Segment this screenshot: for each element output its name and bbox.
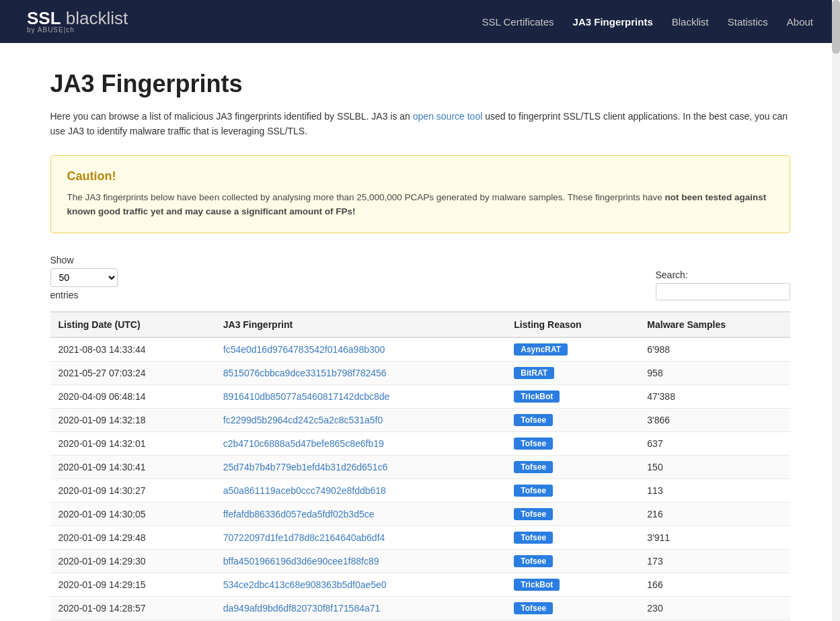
reason-badge: Tofsee — [514, 461, 553, 473]
table-row: 2020-01-09 14:29:48 70722097d1fe1d78d8c2… — [50, 526, 790, 549]
reason-badge: TrickBot — [514, 579, 560, 591]
cell-date: 2021-05-27 07:03:24 — [50, 361, 215, 384]
table-row: 2020-01-09 14:30:41 25d74b7b4b779eb1efd4… — [50, 455, 790, 479]
cell-fingerprint: bffa4501966196d3d6e90cee1f88fc89 — [215, 549, 506, 573]
nav-blacklist[interactable]: Blacklist — [672, 16, 709, 28]
cell-reason: Tofsee — [506, 431, 639, 455]
fingerprint-link[interactable]: bffa4501966196d3d6e90cee1f88fc89 — [223, 556, 379, 567]
cell-samples: 958 — [639, 361, 790, 384]
cell-reason: Tofsee — [506, 408, 639, 431]
cell-reason: Tofsee — [506, 455, 639, 479]
cell-date: 2020-01-09 14:28:57 — [50, 596, 215, 620]
fingerprint-link[interactable]: a50a861119aceb0ccc74902e8fddb618 — [223, 485, 386, 496]
cell-reason: TrickBot — [506, 384, 639, 408]
show-label: Show — [50, 255, 118, 265]
page-description: Here you can browse a list of malicious … — [50, 109, 790, 139]
cell-reason: Tofsee — [506, 479, 639, 502]
caution-box: Caution! The JA3 fingerprints below have… — [50, 155, 790, 233]
reason-badge: TrickBot — [514, 390, 560, 403]
show-select[interactable]: 10 25 50 100 — [50, 268, 118, 287]
site-logo: SSL blacklist by ABUSE|ch — [27, 9, 128, 34]
table-row: 2020-01-09 14:28:57 da949afd9bd6df820730… — [50, 596, 790, 620]
cell-samples: 6'988 — [639, 337, 790, 362]
cell-reason: TrickBot — [506, 573, 639, 596]
search-input[interactable] — [656, 283, 790, 300]
table-row: 2021-05-27 07:03:24 8515076cbbca9dce3315… — [50, 361, 790, 384]
reason-badge: AsyncRAT — [514, 343, 568, 356]
fingerprint-link[interactable]: fc54e0d16d9764783542f0146a98b300 — [223, 344, 385, 355]
show-block: Show 10 25 50 100 entries — [50, 255, 118, 300]
col-samples: Malware Samples — [639, 312, 790, 337]
col-fingerprint: JA3 Fingerprint — [215, 312, 506, 337]
table-header: Listing Date (UTC) JA3 Fingerprint Listi… — [50, 312, 790, 337]
reason-badge: Tofsee — [514, 438, 553, 450]
table-row: 2020-01-09 14:32:01 c2b4710c6888a5d47bef… — [50, 431, 790, 455]
cell-reason: BitRAT — [506, 361, 639, 384]
cell-reason: Tofsee — [506, 502, 639, 526]
table-row: 2020-04-09 06:48:14 8916410db85077a54608… — [50, 384, 790, 408]
cell-date: 2020-01-09 14:32:18 — [50, 408, 215, 431]
cell-date: 2021-08-03 14:33:44 — [50, 337, 215, 362]
cell-samples: 150 — [639, 455, 790, 479]
cell-fingerprint: 8515076cbbca9dce33151b798f782456 — [215, 361, 506, 384]
cell-date: 2020-01-09 14:32:01 — [50, 431, 215, 455]
cell-date: 2020-01-09 14:29:15 — [50, 573, 215, 596]
reason-badge: Tofsee — [514, 414, 553, 426]
table-row: 2020-01-09 14:30:27 a50a861119aceb0ccc74… — [50, 479, 790, 502]
nav-ja3-fingerprints[interactable]: JA3 Fingerprints — [573, 16, 653, 28]
cell-reason: Tofsee — [506, 549, 639, 573]
cell-samples: 166 — [639, 573, 790, 596]
cell-date: 2020-01-09 14:30:27 — [50, 479, 215, 502]
fingerprint-link[interactable]: 70722097d1fe1d78d8c2164640ab6df4 — [223, 532, 385, 543]
scrollbar-thumb[interactable] — [832, 0, 840, 54]
fingerprints-table: Listing Date (UTC) JA3 Fingerprint Listi… — [50, 311, 790, 621]
cell-fingerprint: 70722097d1fe1d78d8c2164640ab6df4 — [215, 526, 506, 549]
open-source-tool-link[interactable]: open source tool — [413, 111, 483, 122]
cell-fingerprint: c2b4710c6888a5d47befe865c8e6fb19 — [215, 431, 506, 455]
logo-blacklist: blacklist — [61, 8, 128, 28]
reason-badge: Tofsee — [514, 532, 553, 544]
cell-fingerprint: 8916410db85077a5460817142dcbc8de — [215, 384, 506, 408]
fingerprint-link[interactable]: 8515076cbbca9dce33151b798f782456 — [223, 368, 387, 378]
fingerprint-link[interactable]: 8916410db85077a5460817142dcbc8de — [223, 391, 390, 402]
cell-samples: 216 — [639, 502, 790, 526]
nav-statistics[interactable]: Statistics — [728, 16, 768, 28]
cell-samples: 113 — [639, 479, 790, 502]
fingerprint-link[interactable]: ffefafdb86336d057eda5fdf02b3d5ce — [223, 509, 375, 520]
table-body: 2021-08-03 14:33:44 fc54e0d16d9764783542… — [50, 337, 790, 621]
entries-label: entries — [50, 290, 118, 300]
cell-fingerprint: fc2299d5b2964cd242c5a2c8c531a5f0 — [215, 408, 506, 431]
cell-date: 2020-01-09 14:30:05 — [50, 502, 215, 526]
cell-date: 2020-04-09 06:48:14 — [50, 384, 215, 408]
col-date: Listing Date (UTC) — [50, 312, 215, 337]
cell-samples: 173 — [639, 549, 790, 573]
reason-badge: Tofsee — [514, 602, 553, 614]
caution-title: Caution! — [67, 169, 773, 183]
fingerprint-link[interactable]: da949afd9bd6df820730f8f171584a71 — [223, 603, 381, 614]
table-row: 2021-08-03 14:33:44 fc54e0d16d9764783542… — [50, 337, 790, 362]
table-row: 2020-01-09 14:29:30 bffa4501966196d3d6e9… — [50, 549, 790, 573]
fingerprint-link[interactable]: c2b4710c6888a5d47befe865c8e6fb19 — [223, 438, 384, 449]
page-title: JA3 Fingerprints — [50, 70, 790, 98]
nav-ssl-certificates[interactable]: SSL Certificates — [482, 16, 554, 28]
reason-badge: Tofsee — [514, 485, 553, 497]
col-reason: Listing Reason — [506, 312, 639, 337]
controls-row: Show 10 25 50 100 entries Search: — [50, 255, 790, 300]
main-content: JA3 Fingerprints Here you can browse a l… — [24, 43, 817, 621]
nav-about[interactable]: About — [787, 16, 813, 28]
table-row: 2020-01-09 14:30:05 ffefafdb86336d057eda… — [50, 502, 790, 526]
search-label: Search: — [656, 270, 790, 280]
cell-reason: Tofsee — [506, 526, 639, 549]
scrollbar-track — [832, 0, 840, 621]
cell-date: 2020-01-09 14:29:30 — [50, 549, 215, 573]
reason-badge: Tofsee — [514, 555, 553, 567]
cell-reason: AsyncRAT — [506, 337, 639, 362]
site-header: SSL blacklist by ABUSE|ch SSL Certificat… — [0, 0, 840, 43]
logo-sub: by ABUSE|ch — [27, 27, 128, 34]
fingerprint-link[interactable]: 534ce2dbc413c68e908363b5df0ae5e0 — [223, 579, 387, 590]
reason-badge: BitRAT — [514, 367, 554, 379]
fingerprint-link[interactable]: 25d74b7b4b779eb1efd4b31d26d651c6 — [223, 462, 387, 472]
main-nav: SSL Certificates JA3 Fingerprints Blackl… — [482, 16, 813, 28]
fingerprint-link[interactable]: fc2299d5b2964cd242c5a2c8c531a5f0 — [223, 415, 383, 425]
table-row: 2020-01-09 14:29:15 534ce2dbc413c68e9083… — [50, 573, 790, 596]
